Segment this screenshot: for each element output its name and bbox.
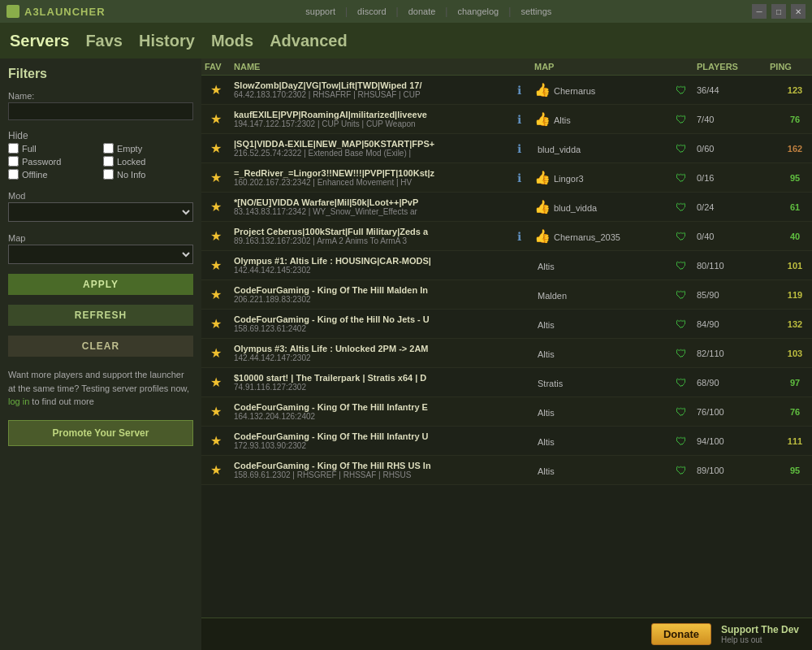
fav-star[interactable]: ★ [201, 256, 231, 275]
thumb-icon[interactable]: 👍 [534, 200, 551, 214]
table-row[interactable]: ★Olympus #3: Altis Life : Unlocked 2PM -… [201, 339, 812, 368]
server-ip: 142.44.142.147:2302 [234, 353, 503, 362]
table-row[interactable]: ★CodeFourGaming - King Of The Hill Infan… [201, 427, 812, 456]
server-ip: 172.93.103.90:2302 [234, 441, 503, 450]
server-name-cell: Olympus #3: Altis Life : Unlocked 2PM ->… [231, 342, 507, 364]
promote-server-button[interactable]: Promote Your Server [8, 420, 193, 446]
checkbox-empty[interactable]: Empty [103, 143, 193, 154]
thumb-icon[interactable]: 👍 [534, 171, 551, 184]
table-row[interactable]: ★CodeFourGaming - King Of The Hill Malde… [201, 280, 812, 310]
shield-icon: 🛡 [669, 287, 693, 303]
checkbox-noinfo[interactable]: No Info [103, 169, 193, 180]
info-icon[interactable]: ℹ [507, 170, 531, 186]
fav-star[interactable]: ★ [201, 110, 231, 128]
col-fav: FAV [201, 62, 231, 72]
server-ip: 142.44.142.145:2302 [234, 266, 503, 275]
fav-star[interactable]: ★ [201, 431, 231, 450]
close-button[interactable]: ✕ [791, 4, 806, 19]
info-icon [507, 206, 531, 209]
fav-star[interactable]: ★ [201, 344, 231, 362]
table-row[interactable]: ★CodeFourGaming - King of the Hill No Je… [201, 310, 812, 339]
thumb-icon[interactable]: 👍 [534, 229, 551, 243]
server-ip: 74.91.116.127:2302 [234, 383, 503, 392]
fav-star[interactable]: ★ [201, 80, 231, 99]
table-row[interactable]: ★Project Ceberus|100kStart|Full Military… [201, 222, 812, 251]
col-name[interactable]: NAME [231, 62, 507, 72]
players-count: 36/44 [693, 84, 767, 97]
server-name: kaufEXILE|PVP|RoamingAI|militarized|live… [234, 110, 503, 119]
name-filter-input[interactable] [8, 102, 193, 120]
fav-star[interactable]: ★ [201, 285, 231, 304]
nav-discord[interactable]: discord [357, 6, 386, 16]
info-icon [507, 264, 531, 267]
map-name: Altis [554, 115, 571, 125]
col-players[interactable]: PLAYERS [693, 62, 767, 72]
table-row[interactable]: ★|SQ1|VIDDA-EXILE|NEW_MAP|50KSTART|FPS+2… [201, 134, 812, 163]
server-ip: 83.143.83.117:2342 | WY_Snow_Winter_Effe… [234, 207, 503, 216]
refresh-button[interactable]: REFRESH [8, 305, 193, 326]
nav-donate[interactable]: donate [408, 6, 436, 16]
info-icon[interactable]: ℹ [507, 228, 531, 245]
mod-filter-select[interactable] [8, 202, 193, 222]
shield-icon: 🛡 [669, 199, 693, 215]
fav-star[interactable]: ★ [201, 373, 231, 392]
nav-advanced[interactable]: Advanced [270, 32, 348, 50]
nav-servers[interactable]: Servers [10, 32, 69, 50]
server-name-cell: =_RedRiver_=Lingor3!!NEW!!!|PVP|FT|100Ks… [231, 167, 507, 188]
fav-star[interactable]: ★ [201, 314, 231, 333]
checkbox-locked[interactable]: Locked [103, 156, 193, 167]
map-name: Chernarus_2035 [554, 232, 620, 242]
table-row[interactable]: ★*[NO/EU]VIDDA Warfare|Mil|50k|Loot++|Pv… [201, 193, 812, 222]
ping-value: 132 [767, 318, 812, 331]
server-name: CodeFourGaming - King Of The Hill RHS US… [234, 461, 503, 470]
server-ip: 216.52.25.74:2322 | Extended Base Mod (E… [234, 149, 503, 158]
map-cell: Altis [531, 344, 669, 362]
server-ip: 89.163.132.167:2302 | ArmA 2 Anims To Ar… [234, 236, 503, 245]
info-icon[interactable]: ℹ [507, 82, 531, 98]
thumb-icon[interactable]: 👍 [534, 83, 551, 97]
clear-button[interactable]: CLEAR [8, 336, 193, 357]
table-row[interactable]: ★SlowZomb|DayZ|VG|Tow|Lift|TWD|Wiped 17/… [201, 76, 812, 105]
nav-favs[interactable]: Favs [85, 32, 123, 50]
mod-filter-label: Mod [8, 191, 193, 201]
checkbox-password[interactable]: Password [8, 156, 98, 167]
fav-star[interactable]: ★ [201, 197, 231, 216]
nav-mods[interactable]: Mods [211, 32, 253, 50]
col-map[interactable]: MAP [531, 62, 669, 72]
thumb-icon[interactable]: 👍 [534, 112, 551, 126]
nav-settings[interactable]: settings [520, 6, 551, 16]
promo-link[interactable]: log in [8, 396, 29, 406]
checkbox-full[interactable]: Full [8, 143, 98, 154]
nav-changelog[interactable]: changelog [457, 6, 499, 16]
checkbox-offline[interactable]: Offline [8, 169, 98, 180]
map-cell: Malden [531, 286, 669, 304]
server-ip: 158.69.123.61:2402 [234, 324, 503, 333]
info-icon[interactable]: ℹ [507, 111, 531, 128]
ping-value: 119 [767, 288, 812, 301]
table-row[interactable]: ★Olympus #1: Altis Life : HOUSING|CAR-MO… [201, 251, 812, 280]
players-count: 89/100 [693, 464, 767, 477]
donate-button[interactable]: Donate [651, 623, 711, 645]
info-icon[interactable]: ℹ [507, 141, 531, 157]
maximize-button[interactable]: □ [771, 4, 786, 19]
fav-star[interactable]: ★ [201, 461, 231, 479]
fav-star[interactable]: ★ [201, 227, 231, 245]
apply-button[interactable]: APPLY [8, 274, 193, 295]
table-row[interactable]: ★kaufEXILE|PVP|RoamingAI|militarized|liv… [201, 105, 812, 134]
table-row[interactable]: ★CodeFourGaming - King Of The Hill Infan… [201, 397, 812, 427]
server-ip: 158.69.61.2302 | RHSGREF | RHSSAF | RHSU… [234, 470, 503, 479]
table-row[interactable]: ★$10000 start! | The Trailerpark | Strat… [201, 368, 812, 397]
fav-star[interactable]: ★ [201, 139, 231, 158]
ping-value: 162 [767, 142, 812, 155]
nav-support[interactable]: support [305, 6, 335, 16]
ping-value: 123 [767, 84, 812, 97]
table-row[interactable]: ★=_RedRiver_=Lingor3!!NEW!!!|PVP|FT|100K… [201, 163, 812, 193]
table-row[interactable]: ★CodeFourGaming - King Of The Hill RHS U… [201, 456, 812, 485]
minimize-button[interactable]: ─ [752, 4, 767, 19]
fav-star[interactable]: ★ [201, 168, 231, 187]
map-filter-select[interactable] [8, 245, 193, 264]
fav-star[interactable]: ★ [201, 402, 231, 421]
nav-history[interactable]: History [139, 32, 195, 50]
map-cell: 👍Chernarus [531, 80, 669, 99]
col-ping[interactable]: PING [767, 62, 812, 72]
